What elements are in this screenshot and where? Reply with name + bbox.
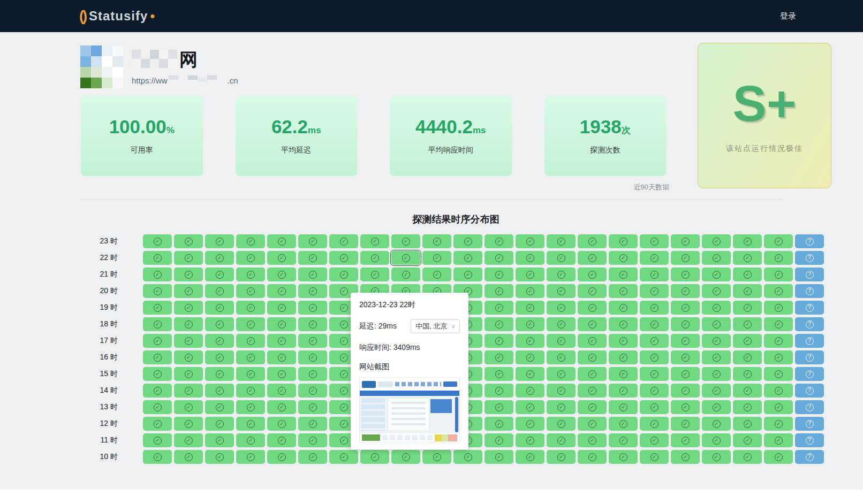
status-cell-ok[interactable]: ✓ [671,400,700,414]
status-cell-ok[interactable]: ✓ [764,384,793,398]
status-cell-ok[interactable]: ✓ [485,367,513,381]
status-cell-ok[interactable]: ✓ [640,450,669,464]
status-cell-ok[interactable]: ✓ [485,251,513,265]
status-cell-ok[interactable]: ✓ [205,400,234,414]
status-cell-ok[interactable]: ✓ [671,350,700,364]
status-cell-ok[interactable]: ✓ [516,433,544,447]
status-cell-ok[interactable]: ✓ [143,433,172,447]
status-cell-ok[interactable]: ✓ [143,317,172,331]
status-cell-ok[interactable]: ✓ [671,417,700,431]
status-cell-ok[interactable]: ✓ [485,417,513,431]
status-cell-ok[interactable]: ✓ [267,284,296,298]
status-cell-ok[interactable]: ✓ [516,450,544,464]
status-cell-ok[interactable]: ✓ [764,450,793,464]
status-cell-ok[interactable]: ✓ [702,417,731,431]
status-cell-ok[interactable]: ✓ [516,268,544,281]
status-cell-ok[interactable]: ✓ [485,433,513,447]
status-cell-ok[interactable]: ✓ [391,268,420,281]
status-cell-ok[interactable]: ✓ [143,268,172,281]
status-cell-ok[interactable]: ✓ [578,317,607,331]
status-cell-ok[interactable]: ✓ [298,417,327,431]
status-cell-ok[interactable]: ✓ [578,433,607,447]
status-cell-unknown[interactable]: ? [795,334,824,348]
status-cell-ok[interactable]: ✓ [764,268,793,281]
status-cell-ok[interactable]: ✓ [764,367,793,381]
status-cell-ok[interactable]: ✓ [702,350,731,364]
status-cell-ok[interactable]: ✓ [453,268,482,281]
status-cell-ok[interactable]: ✓ [547,417,576,431]
status-cell-ok[interactable]: ✓ [764,251,793,265]
status-cell-ok[interactable]: ✓ [547,301,576,315]
status-cell-ok[interactable]: ✓ [205,251,234,265]
status-cell-ok[interactable]: ✓ [609,251,638,265]
status-cell-ok[interactable]: ✓ [609,234,638,248]
status-cell-ok[interactable]: ✓ [453,450,482,464]
status-cell-ok[interactable]: ✓ [298,234,327,248]
status-cell-ok[interactable]: ✓ [609,268,638,281]
status-cell-ok[interactable]: ✓ [391,450,420,464]
status-cell-ok[interactable]: ✓ [485,384,513,398]
status-cell-ok[interactable]: ✓ [764,284,793,298]
status-cell-ok[interactable]: ✓ [205,317,234,331]
status-cell-ok[interactable]: ✓ [640,317,669,331]
status-cell-ok[interactable]: ✓ [671,433,700,447]
status-cell-ok[interactable]: ✓ [640,251,669,265]
status-cell-ok[interactable]: ✓ [671,317,700,331]
status-cell-ok[interactable]: ✓ [702,433,731,447]
status-cell-ok[interactable]: ✓ [609,317,638,331]
status-cell-ok[interactable]: ✓ [174,317,203,331]
status-cell-ok[interactable]: ✓ [578,301,607,315]
status-cell-ok[interactable]: ✓ [143,384,172,398]
status-cell-ok[interactable]: ✓ [733,384,762,398]
status-cell-ok[interactable]: ✓ [205,367,234,381]
status-cell-ok[interactable]: ✓ [578,350,607,364]
status-cell-ok[interactable]: ✓ [547,433,576,447]
status-cell-ok[interactable]: ✓ [485,450,513,464]
status-cell-ok[interactable]: ✓ [578,234,607,248]
status-cell-ok[interactable]: ✓ [702,284,731,298]
status-cell-ok[interactable]: ✓ [329,450,358,464]
status-cell-ok[interactable]: ✓ [236,417,265,431]
status-cell-unknown[interactable]: ? [795,234,824,248]
status-cell-ok[interactable]: ✓ [236,433,265,447]
status-cell-ok[interactable]: ✓ [578,450,607,464]
status-cell-ok[interactable]: ✓ [702,251,731,265]
status-cell-ok[interactable]: ✓ [764,334,793,348]
status-cell-ok[interactable]: ✓ [298,450,327,464]
status-cell-ok[interactable]: ✓ [174,367,203,381]
status-cell-ok[interactable]: ✓ [609,301,638,315]
status-cell-ok[interactable]: ✓ [205,417,234,431]
status-cell-ok[interactable]: ✓ [609,433,638,447]
status-cell-ok[interactable]: ✓ [174,251,203,265]
status-cell-unknown[interactable]: ? [795,301,824,315]
status-cell-ok[interactable]: ✓ [298,251,327,265]
status-cell-ok[interactable]: ✓ [516,301,544,315]
status-cell-ok[interactable]: ✓ [236,350,265,364]
login-button[interactable]: 登录 [780,11,796,21]
status-cell-ok[interactable]: ✓ [516,367,544,381]
status-cell-ok[interactable]: ✓ [453,234,482,248]
status-cell-ok[interactable]: ✓ [267,367,296,381]
status-cell-ok[interactable]: ✓ [609,350,638,364]
status-cell-ok[interactable]: ✓ [267,384,296,398]
status-cell-ok[interactable]: ✓ [174,268,203,281]
status-cell-ok[interactable]: ✓ [764,234,793,248]
status-cell-ok[interactable]: ✓ [671,251,700,265]
status-cell-ok[interactable]: ✓ [267,400,296,414]
status-cell-unknown[interactable]: ? [795,384,824,398]
status-cell-ok[interactable]: ✓ [516,417,544,431]
status-cell-unknown[interactable]: ? [795,367,824,381]
status-cell-ok[interactable]: ✓ [671,450,700,464]
status-cell-ok[interactable]: ✓ [578,251,607,265]
status-cell-ok[interactable]: ✓ [174,433,203,447]
status-cell-unknown[interactable]: ? [795,417,824,431]
status-cell-ok[interactable]: ✓ [733,317,762,331]
status-cell-ok[interactable]: ✓ [547,384,576,398]
status-cell-ok[interactable]: ✓ [578,417,607,431]
status-cell-ok[interactable]: ✓ [205,384,234,398]
status-cell-ok[interactable]: ✓ [547,284,576,298]
status-cell-ok[interactable]: ✓ [143,417,172,431]
status-cell-ok[interactable]: ✓ [485,350,513,364]
status-cell-ok[interactable]: ✓ [236,367,265,381]
status-cell-ok[interactable]: ✓ [143,284,172,298]
